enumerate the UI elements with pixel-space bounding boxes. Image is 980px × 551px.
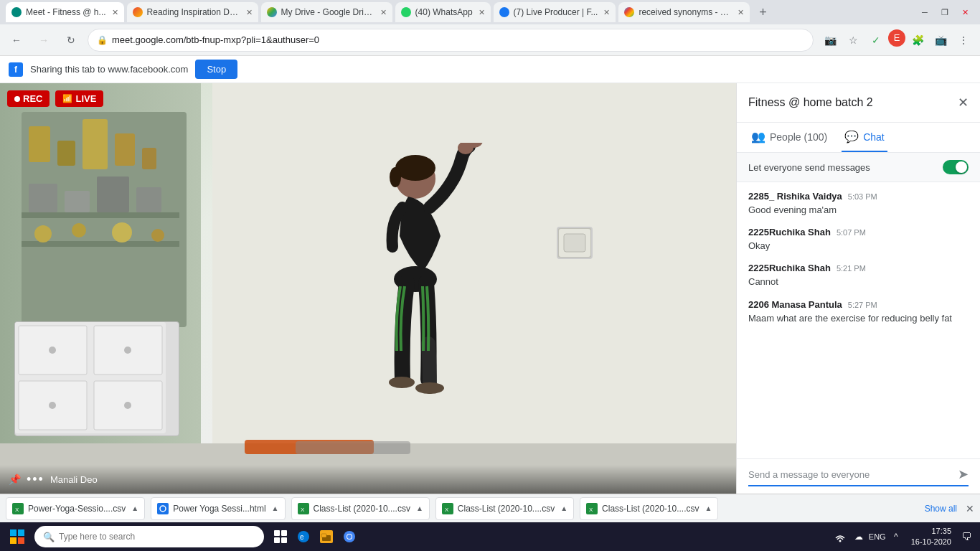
- taskbar-search-input[interactable]: [59, 532, 255, 542]
- svg-rect-8: [136, 187, 161, 212]
- msg-2-time: 5:07 PM: [837, 228, 866, 237]
- win-logo-red: [18, 537, 24, 544]
- download-item-4[interactable]: X Class-List (2020-10....csv ▲: [435, 497, 574, 520]
- whatsapp-tab-icon: [401, 7, 411, 17]
- dl-label-1: Power-Yoga-Sessio....csv: [28, 504, 126, 514]
- svg-point-32: [415, 382, 444, 394]
- gmail-tab-icon: [133, 7, 143, 17]
- tab-whatsapp-close[interactable]: ✕: [479, 8, 485, 17]
- tab-chat[interactable]: 💬 Chat: [842, 123, 887, 152]
- lock-icon: 🔒: [97, 35, 108, 45]
- message-toggle[interactable]: [943, 160, 969, 174]
- taskbar-chrome-icon[interactable]: [339, 524, 360, 550]
- msg-4-sender: 2206 Manasa Pantula: [748, 299, 842, 310]
- dl-label-5: Class-List (2020-10....csv: [602, 504, 699, 514]
- svg-rect-5: [29, 184, 57, 212]
- chat-bubble-icon: 💬: [844, 130, 859, 143]
- msg-2-sender: 2225Ruchika Shah: [748, 227, 831, 237]
- msg-1-sender: 2285_ Rishika Vaidya: [748, 191, 842, 202]
- tab-gmail[interactable]: Reading Inspiration Da... ✕: [127, 2, 258, 22]
- extensions-icon[interactable]: 🧩: [907, 29, 928, 51]
- msg-1-header: 2285_ Rishika Vaidya 5:03 PM: [748, 191, 969, 202]
- msg-3-sender: 2225Ruchika Shah: [748, 263, 831, 273]
- tab-people[interactable]: 👥 People (100): [748, 123, 830, 152]
- chrome-icon-2: [157, 503, 169, 514]
- forward-button[interactable]: →: [33, 29, 55, 51]
- download-item-3[interactable]: X Class-List (2020-10....csv ▲: [291, 497, 430, 520]
- tab-meet-close[interactable]: ✕: [112, 8, 118, 17]
- maximize-button[interactable]: ❐: [936, 6, 954, 19]
- svg-point-33: [389, 377, 415, 388]
- tab-drive[interactable]: My Drive - Google Driv... ✕: [261, 2, 392, 22]
- chevron-up-icon[interactable]: ^: [888, 529, 904, 545]
- svg-text:e: e: [300, 533, 304, 541]
- tab-whatsapp-label: (40) WhatsApp: [415, 7, 473, 17]
- share-text: Sharing this tab to www.facebook.com: [30, 64, 188, 75]
- svg-text:X: X: [445, 507, 449, 512]
- taskbar-task-view[interactable]: [270, 524, 291, 550]
- svg-rect-47: [321, 534, 326, 537]
- start-button[interactable]: [3, 524, 32, 550]
- cast-icon[interactable]: 📺: [930, 29, 951, 51]
- rec-dot: [14, 96, 20, 102]
- tab-synonyms-close[interactable]: ✕: [738, 8, 744, 17]
- tab-facebook-close[interactable]: ✕: [603, 8, 610, 17]
- yoga-person: [336, 143, 494, 447]
- bookmark-star-icon[interactable]: ☆: [842, 29, 864, 51]
- dl-chevron-3[interactable]: ▲: [416, 504, 423, 512]
- tab-drive-close[interactable]: ✕: [380, 8, 387, 17]
- tab-whatsapp[interactable]: (40) WhatsApp ✕: [395, 2, 491, 22]
- taskbar-edge-icon[interactable]: e: [293, 524, 314, 550]
- tab-gmail-close[interactable]: ✕: [246, 8, 253, 17]
- new-tab-button[interactable]: +: [753, 2, 773, 22]
- tab-facebook[interactable]: (7) Live Producer | F... ✕: [494, 2, 616, 22]
- minimize-button[interactable]: ─: [915, 6, 934, 19]
- dl-chevron-1[interactable]: ▲: [131, 504, 138, 512]
- tab-google-synonyms[interactable]: received synonyms - G... ✕: [618, 2, 750, 22]
- video-background: [0, 83, 736, 494]
- dl-chevron-5[interactable]: ▲: [705, 504, 712, 512]
- notification-icon[interactable]: 🗨: [958, 529, 974, 545]
- url-bar[interactable]: 🔒 meet.google.com/btb-fnup-mxp?pli=1&aut…: [88, 29, 814, 52]
- download-item-5[interactable]: X Class-List (2020-10....csv ▲: [580, 497, 718, 520]
- excel-icon-3: X: [298, 503, 309, 514]
- chat-close-button[interactable]: ✕: [958, 95, 969, 110]
- presenter-name: Manali Deo: [50, 474, 98, 485]
- svg-rect-6: [65, 191, 90, 212]
- close-button[interactable]: ✕: [956, 6, 974, 19]
- svg-point-51: [839, 540, 841, 542]
- network-icon[interactable]: [832, 529, 848, 545]
- tab-meet[interactable]: Meet - Fitness @ h... ✕: [6, 2, 124, 22]
- video-area: REC 📶 LIVE 📌 ••• Manali Deo: [0, 83, 736, 494]
- svg-rect-7: [97, 176, 129, 212]
- refresh-button[interactable]: ↻: [60, 29, 82, 51]
- msg-3-header: 2225Ruchika Shah 5:21 PM: [748, 263, 969, 273]
- send-message-input[interactable]: [748, 469, 952, 480]
- send-input-row: ➤: [748, 466, 969, 486]
- download-item-1[interactable]: X Power-Yoga-Sessio....csv ▲: [6, 497, 145, 520]
- chat-panel: Fitness @ home batch 2 ✕ 👥 People (100) …: [736, 83, 980, 494]
- check-icon[interactable]: ✓: [865, 29, 887, 51]
- send-button[interactable]: ➤: [958, 466, 969, 482]
- taskbar-search-bar[interactable]: 🔍: [34, 526, 264, 547]
- cloud-icon[interactable]: ☁: [851, 529, 867, 545]
- message-3: 2225Ruchika Shah 5:21 PM Cannot: [748, 263, 969, 288]
- dl-chevron-2[interactable]: ▲: [272, 504, 279, 512]
- message-1: 2285_ Rishika Vaidya 5:03 PM Good evenin…: [748, 191, 969, 217]
- win-logo-blue: [10, 529, 17, 536]
- live-label: LIVE: [75, 93, 96, 104]
- presenter-dots: •••: [27, 472, 44, 487]
- back-button[interactable]: ←: [6, 29, 27, 51]
- show-all-button[interactable]: Show all: [925, 504, 957, 514]
- time-display: 17:35: [911, 526, 951, 537]
- dl-label-3: Class-List (2020-10....csv: [314, 504, 410, 514]
- downloads-close-button[interactable]: ✕: [966, 503, 974, 514]
- menu-icon[interactable]: ⋮: [953, 29, 974, 51]
- download-item-2[interactable]: Power Yoga Sessi...html ▲: [151, 497, 285, 520]
- profile-icon[interactable]: E: [888, 29, 905, 47]
- taskbar-explorer-icon[interactable]: [316, 524, 337, 550]
- svg-point-21: [124, 347, 131, 354]
- stop-button[interactable]: Stop: [195, 60, 237, 79]
- camera-icon[interactable]: 📷: [819, 29, 841, 51]
- dl-chevron-4[interactable]: ▲: [560, 504, 567, 512]
